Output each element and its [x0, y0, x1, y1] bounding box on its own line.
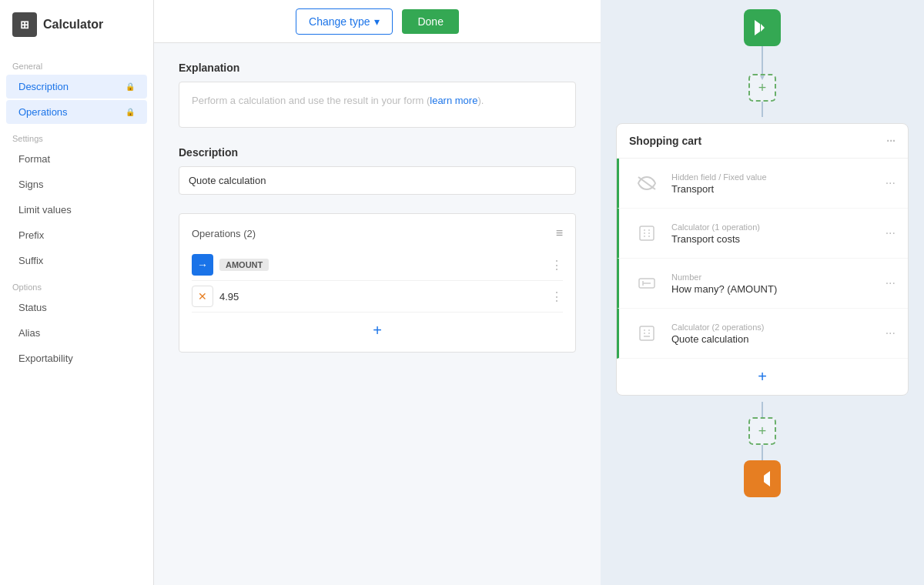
flow-line-3: [762, 445, 763, 460]
cart-item-transport-costs-type: Calculator (1 operation): [671, 222, 876, 232]
op-arrow-icon: →: [192, 254, 213, 276]
settings-section-label: Settings: [0, 125, 153, 146]
cart-item-quote-calc-dots[interactable]: ···: [886, 326, 896, 340]
sidebar-item-operations-label: Operations: [18, 106, 68, 118]
sidebar: ⊞ Calculator General Description 🔒 Opera…: [0, 0, 154, 585]
cart-item-transport-type: Hidden field / Fixed value: [671, 172, 876, 182]
operations-menu-icon[interactable]: ≡: [556, 226, 563, 240]
explanation-title: Explanation: [179, 62, 576, 74]
topbar: Change type ▾ Done: [154, 0, 601, 43]
lock-icon: 🔒: [126, 82, 135, 91]
cart-item-transport-costs-info: Calculator (1 operation) Transport costs: [671, 222, 876, 245]
flow-line-2: [762, 402, 763, 417]
sidebar-item-exportability-label: Exportability: [18, 353, 73, 364]
options-section-label: Options: [0, 273, 153, 295]
cart-title: Shopping cart: [629, 135, 701, 147]
app-logo: ⊞ Calculator: [0, 12, 153, 52]
cart-item-transport: Hidden field / Fixed value Transport ···: [617, 159, 908, 209]
flow-exit-node: [744, 460, 781, 497]
op-dots-1[interactable]: ⋮: [551, 258, 563, 272]
operations-box: Operations (2) ≡ → AMOUNT ⋮ ✕ 4.95 ⋮ +: [179, 213, 576, 353]
change-type-button[interactable]: Change type ▾: [296, 8, 393, 35]
cart-item-transport-dots[interactable]: ···: [886, 176, 896, 190]
operation-row-2: ✕ 4.95 ⋮: [192, 281, 563, 313]
sidebar-item-prefix[interactable]: Prefix: [6, 223, 147, 247]
sidebar-item-suffix-label: Suffix: [18, 255, 43, 266]
sidebar-item-suffix[interactable]: Suffix: [6, 249, 147, 272]
app-title: Calculator: [43, 18, 103, 32]
main-content: Change type ▾ Done Explanation Perform a…: [154, 0, 601, 585]
add-operation-button[interactable]: +: [192, 322, 563, 339]
sidebar-item-alias-label: Alias: [18, 327, 40, 339]
cart-item-how-many-info: Number How many? (AMOUNT): [671, 272, 876, 295]
sidebar-item-exportability[interactable]: Exportability: [6, 346, 147, 370]
cart-item-transport-name: Transport: [671, 183, 876, 195]
sidebar-item-status[interactable]: Status: [6, 296, 147, 319]
flow-add-node-2[interactable]: +: [748, 417, 776, 445]
cart-item-quote-calc-info: Calculator (2 operations) Quote calculat…: [671, 323, 876, 345]
sidebar-item-status-label: Status: [18, 302, 47, 313]
shopping-cart-card: Shopping cart ··· Hidden field / Fixed v…: [616, 123, 909, 396]
sidebar-item-format[interactable]: Format: [6, 147, 147, 171]
done-button[interactable]: Done: [402, 9, 458, 34]
description-title: Description: [179, 146, 576, 159]
cart-item-transport-costs: Calculator (1 operation) Transport costs…: [617, 209, 908, 259]
learn-more-link[interactable]: learn more: [430, 95, 477, 106]
cart-item-transport-info: Hidden field / Fixed value Transport: [671, 172, 876, 195]
cart-header-dots[interactable]: ···: [886, 135, 896, 147]
sidebar-item-description-label: Description: [18, 81, 69, 92]
number-icon: [631, 268, 662, 299]
explanation-box: Perform a calculation and use the result…: [179, 82, 576, 128]
sidebar-item-limit-values[interactable]: Limit values: [6, 198, 147, 222]
operations-header: Operations (2) ≡: [192, 226, 563, 240]
cart-item-transport-costs-dots[interactable]: ···: [886, 226, 896, 240]
operations-title: Operations (2): [192, 228, 256, 239]
flow-entry-node: [744, 9, 781, 46]
cart-item-quote-calc-type: Calculator (2 operations): [671, 323, 876, 332]
cart-item-quote-calc-name: Quote calculation: [671, 333, 876, 345]
op-tag-amount: AMOUNT: [219, 259, 269, 271]
cart-item-how-many-dots[interactable]: ···: [886, 276, 896, 290]
cart-item-how-many-name: How many? (AMOUNT): [671, 283, 876, 295]
cart-item-how-many-type: Number: [671, 272, 876, 282]
flow-line-1: [762, 102, 763, 117]
sidebar-item-format-label: Format: [18, 153, 50, 165]
cart-item-how-many: Number How many? (AMOUNT) ···: [617, 259, 908, 309]
op-dots-2[interactable]: ⋮: [551, 289, 563, 304]
explanation-text: Perform a calculation and use the result…: [192, 95, 484, 106]
operation-row-1: → AMOUNT ⋮: [192, 249, 563, 281]
plus-icon: +: [373, 322, 382, 339]
cart-item-quote-calc: Calculator (2 operations) Quote calculat…: [617, 309, 908, 359]
hidden-field-icon: [631, 168, 662, 199]
sidebar-item-description[interactable]: Description 🔒: [6, 75, 147, 99]
cart-item-transport-costs-name: Transport costs: [671, 233, 876, 245]
description-input[interactable]: [179, 166, 576, 195]
editor-panel: Explanation Perform a calculation and us…: [154, 43, 601, 585]
calculator-icon-1: [631, 218, 662, 249]
calculator-icon-2: [631, 318, 662, 349]
cart-add-button[interactable]: +: [617, 359, 908, 395]
flow-container: + Shopping cart ··· Hidden field / Fixed…: [601, 0, 924, 585]
change-type-label: Change type: [309, 15, 370, 28]
op-x-icon: ✕: [192, 286, 213, 307]
sidebar-item-alias[interactable]: Alias: [6, 321, 147, 345]
sidebar-item-limit-values-label: Limit values: [18, 204, 72, 216]
sidebar-item-prefix-label: Prefix: [18, 229, 44, 241]
logo-icon: ⊞: [12, 12, 37, 37]
flow-arrow-1: [762, 46, 763, 74]
sidebar-item-signs[interactable]: Signs: [6, 172, 147, 196]
svg-rect-11: [640, 326, 654, 340]
general-section-label: General: [0, 52, 153, 74]
sidebar-item-operations[interactable]: Operations 🔒: [6, 100, 147, 124]
right-panel: + Shopping cart ··· Hidden field / Fixed…: [601, 0, 924, 585]
svg-rect-1: [640, 226, 654, 240]
chevron-down-icon: ▾: [374, 15, 380, 28]
op-value-2: 4.95: [219, 291, 544, 303]
cart-header: Shopping cart ···: [617, 124, 908, 159]
sidebar-item-signs-label: Signs: [18, 179, 44, 190]
lock-icon-operations: 🔒: [126, 108, 135, 116]
